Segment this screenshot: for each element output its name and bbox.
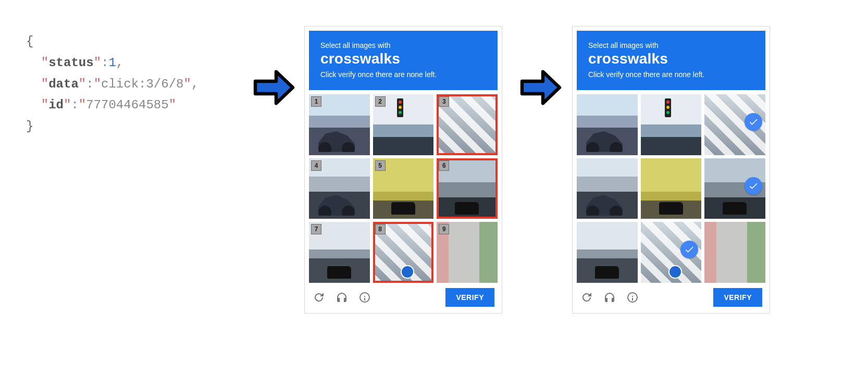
captcha-tile-6[interactable] bbox=[704, 158, 765, 219]
json-key-2: id bbox=[48, 98, 64, 112]
captcha-target: crosswalks bbox=[588, 51, 754, 67]
checkmark-icon bbox=[745, 113, 762, 131]
captcha-tile-4[interactable] bbox=[577, 158, 638, 219]
tile-number-badge: 4 bbox=[311, 160, 321, 171]
captcha-prompt-line: Select all images with bbox=[588, 41, 754, 49]
checkmark-icon bbox=[745, 177, 762, 195]
tile-overlay bbox=[327, 266, 351, 279]
captcha-prompt-line: Select all images with bbox=[320, 41, 486, 49]
captcha-footer-icons bbox=[312, 291, 371, 304]
json-val-0: 1 bbox=[108, 56, 116, 70]
json-key-1: data bbox=[48, 77, 79, 91]
reload-icon[interactable] bbox=[312, 291, 326, 304]
captcha-tile-7[interactable]: 7 bbox=[309, 222, 370, 283]
tile-overlay bbox=[391, 202, 415, 215]
tile-number-badge: 3 bbox=[439, 96, 449, 107]
headphones-icon[interactable] bbox=[603, 291, 616, 304]
captcha-tile-5[interactable]: 5 bbox=[373, 158, 434, 219]
captcha-grid bbox=[577, 94, 765, 283]
captcha-panel-after: Select all images with crosswalks Click … bbox=[572, 26, 770, 314]
captcha-tile-9[interactable] bbox=[704, 222, 765, 283]
tile-number-badge: 1 bbox=[311, 96, 321, 107]
captcha-tile-8[interactable] bbox=[641, 222, 702, 283]
tile-overlay bbox=[455, 202, 479, 215]
json-payload-block: { "status":1, "data":"click:3/6/8", "id"… bbox=[26, 31, 199, 138]
tile-overlay bbox=[723, 202, 747, 215]
json-val-1: click:3/6/8 bbox=[101, 77, 183, 91]
json-open-brace: { bbox=[26, 34, 33, 48]
tile-number-badge: 7 bbox=[311, 224, 321, 234]
captcha-tile-4[interactable]: 4 bbox=[309, 158, 370, 219]
captcha-instruction: Click verify once there are none left. bbox=[320, 70, 486, 79]
captcha-footer: VERIFY bbox=[309, 283, 498, 309]
captcha-tile-9[interactable]: 9 bbox=[437, 222, 498, 283]
tile-overlay bbox=[665, 98, 671, 117]
diagram-stage: { "status":1, "data":"click:3/6/8", "id"… bbox=[0, 0, 868, 375]
json-close-brace: } bbox=[26, 119, 33, 133]
reload-icon[interactable] bbox=[580, 291, 593, 304]
tile-number-badge: 8 bbox=[375, 224, 386, 234]
captcha-target: crosswalks bbox=[320, 51, 486, 67]
captcha-tile-8[interactable]: 8 bbox=[373, 222, 434, 283]
tile-overlay bbox=[659, 202, 683, 215]
tile-number-badge: 6 bbox=[439, 160, 449, 171]
info-icon[interactable] bbox=[626, 291, 639, 304]
headphones-icon[interactable] bbox=[335, 291, 349, 304]
tile-overlay bbox=[397, 98, 403, 117]
tile-number-badge: 9 bbox=[439, 224, 449, 234]
captcha-grid: 123456789 bbox=[309, 94, 498, 283]
json-key-0: status bbox=[48, 56, 93, 70]
captcha-instruction: Click verify once there are none left. bbox=[588, 70, 754, 79]
tile-number-badge: 2 bbox=[375, 96, 386, 107]
verify-button[interactable]: VERIFY bbox=[713, 288, 762, 307]
json-val-2: 77704464585 bbox=[86, 98, 168, 112]
captcha-tile-3[interactable]: 3 bbox=[437, 94, 498, 155]
tile-image bbox=[704, 222, 765, 283]
captcha-tile-2[interactable]: 2 bbox=[373, 94, 434, 155]
captcha-tile-5[interactable] bbox=[641, 158, 702, 219]
arrow-icon bbox=[520, 67, 562, 108]
captcha-header: Select all images with crosswalks Click … bbox=[577, 31, 765, 90]
captcha-tile-1[interactable] bbox=[577, 94, 638, 155]
captcha-tile-7[interactable] bbox=[577, 222, 638, 283]
arrow-icon bbox=[253, 67, 295, 108]
captcha-footer-icons bbox=[580, 291, 639, 304]
captcha-panel-before: Select all images with crosswalks Click … bbox=[304, 26, 502, 314]
captcha-header: Select all images with crosswalks Click … bbox=[309, 31, 498, 90]
info-icon[interactable] bbox=[358, 291, 371, 304]
captcha-tile-2[interactable] bbox=[641, 94, 702, 155]
tile-overlay bbox=[595, 266, 619, 279]
verify-button[interactable]: VERIFY bbox=[445, 288, 494, 307]
captcha-tile-1[interactable]: 1 bbox=[309, 94, 370, 155]
captcha-footer: VERIFY bbox=[577, 283, 765, 309]
tile-number-badge: 5 bbox=[375, 160, 386, 171]
captcha-tile-6[interactable]: 6 bbox=[437, 158, 498, 219]
captcha-tile-3[interactable] bbox=[704, 94, 765, 155]
